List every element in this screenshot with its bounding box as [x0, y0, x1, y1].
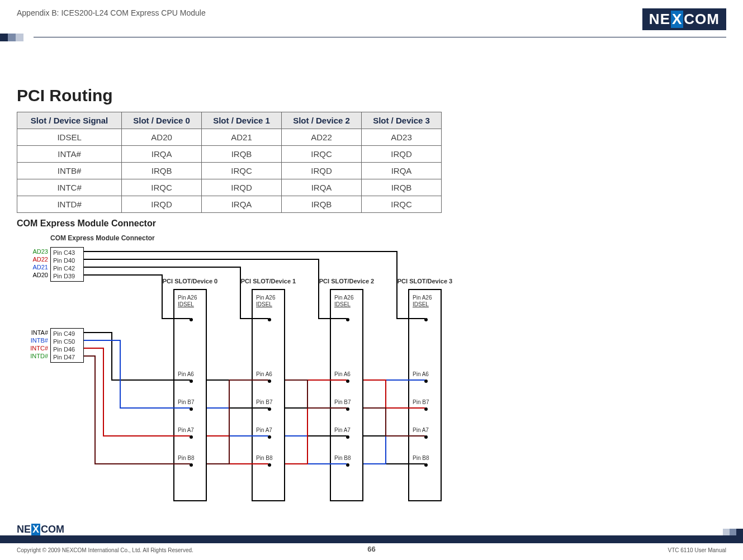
cell: AD21: [202, 129, 282, 146]
pin-label: Pin D46: [53, 345, 81, 353]
intc-label: INTC#: [22, 345, 48, 352]
diagram-title: COM Express Module Connector: [50, 234, 155, 242]
pin-label: Pin A26: [256, 295, 284, 301]
cell: IRQB: [282, 196, 362, 213]
pin-label: IDSEL: [413, 301, 441, 307]
pin-label: Pin A7: [178, 427, 206, 433]
cell: IRQD: [122, 196, 202, 213]
cell: IRQC: [202, 163, 282, 179]
slot3-box: Pin A26 IDSEL Pin A6 Pin B7 Pin A7 Pin B…: [408, 289, 442, 501]
routing-wires-icon: [22, 233, 470, 512]
pin-label: Pin C49: [53, 330, 81, 338]
cell: INTA#: [17, 146, 122, 163]
pin-label: Pin C50: [53, 338, 81, 345]
th-dev0: Slot / Device 0: [122, 112, 202, 129]
pin-label: Pin A7: [334, 427, 362, 433]
cell: IRQC: [282, 146, 362, 163]
footer-page-number: 66: [367, 545, 375, 553]
cell: IRQA: [361, 163, 441, 179]
ad22-label: AD22: [22, 256, 48, 263]
cell: IDSEL: [17, 129, 122, 146]
cell: IRQC: [361, 196, 441, 213]
pin-label: Pin C43: [53, 249, 81, 257]
pci-routing-table: Slot / Device Signal Slot / Device 0 Slo…: [17, 112, 442, 213]
cell: AD22: [282, 129, 362, 146]
slot0-title: PCI SLOT/Device 0: [157, 278, 224, 284]
cell: IRQD: [202, 179, 282, 196]
pin-label: Pin A6: [256, 371, 284, 377]
intd-label: INTD#: [22, 353, 48, 359]
cell: IRQA: [122, 146, 202, 163]
footer-bar: [0, 535, 743, 543]
logo-suffix: COM: [41, 524, 64, 535]
cell: INTB#: [17, 163, 122, 179]
pin-label: Pin A26: [178, 295, 206, 301]
cell: AD20: [122, 129, 202, 146]
cell: IRQB: [361, 179, 441, 196]
header-decoration-icon: [0, 34, 23, 41]
pin-label: Pin A6: [413, 371, 441, 377]
logo-x-icon: X: [31, 524, 40, 535]
footer-manual: VTC 6110 User Manual: [668, 547, 727, 553]
table-row: INTD# IRQD IRQA IRQB IRQC: [17, 196, 442, 213]
logo-x-icon: X: [671, 11, 683, 28]
inta-label: INTA#: [22, 329, 48, 336]
slot3-title: PCI SLOT/Device 3: [391, 278, 458, 284]
cell: IRQD: [361, 146, 441, 163]
brand-logo-footer: NE X COM: [17, 524, 64, 535]
slot0-box: Pin A26 IDSEL Pin A6 Pin B7 Pin A7 Pin B…: [173, 289, 207, 501]
logo-prefix: NE: [17, 524, 31, 535]
pin-label: Pin A6: [178, 371, 206, 377]
slot2-box: Pin A26 IDSEL Pin A6 Pin B7 Pin A7 Pin B…: [330, 289, 363, 501]
pin-label: Pin D47: [53, 353, 81, 361]
pin-label: Pin B8: [334, 455, 362, 461]
table-row: IDSEL AD20 AD21 AD22 AD23: [17, 129, 442, 146]
th-dev3: Slot / Device 3: [361, 112, 441, 129]
cell: INTD#: [17, 196, 122, 213]
cell: IRQB: [202, 146, 282, 163]
table-row: INTC# IRQC IRQD IRQA IRQB: [17, 179, 442, 196]
th-dev1: Slot / Device 1: [202, 112, 282, 129]
ad21-label: AD21: [22, 264, 48, 270]
int-pin-box: Pin C49 Pin C50 Pin D46 Pin D47: [50, 328, 84, 363]
intb-label: INTB#: [22, 337, 48, 344]
brand-logo-top: NE X COM: [642, 8, 726, 30]
ad20-label: AD20: [22, 272, 48, 278]
cell: AD23: [361, 129, 441, 146]
pin-label: Pin C42: [53, 264, 81, 272]
pin-label: Pin B7: [178, 399, 206, 405]
slot1-box: Pin A26 IDSEL Pin A6 Pin B7 Pin A7 Pin B…: [252, 289, 285, 501]
logo-prefix: NE: [649, 11, 670, 28]
table-row: INTA# IRQA IRQB IRQC IRQD: [17, 146, 442, 163]
pin-label: Pin A26: [334, 295, 362, 301]
pin-label: Pin D40: [53, 257, 81, 264]
th-dev2: Slot / Device 2: [282, 112, 362, 129]
table-row: INTB# IRQB IRQC IRQD IRQA: [17, 163, 442, 179]
cell: IRQC: [122, 179, 202, 196]
pin-label: Pin B7: [256, 399, 284, 405]
pci-routing-diagram: COM Express Module Connector AD23 AD22 A…: [22, 233, 470, 512]
pin-label: Pin A26: [413, 295, 441, 301]
cell: IRQA: [282, 179, 362, 196]
slot1-title: PCI SLOT/Device 1: [235, 278, 302, 284]
cell: IRQB: [122, 163, 202, 179]
pin-label: Pin A7: [256, 427, 284, 433]
slot2-title: PCI SLOT/Device 2: [313, 278, 380, 284]
pin-label: Pin B8: [413, 455, 441, 461]
pin-label: Pin B8: [178, 455, 206, 461]
footer-decoration-icon: [723, 529, 743, 535]
pin-label: Pin B7: [334, 399, 362, 405]
pin-label: Pin B8: [256, 455, 284, 461]
pin-label: Pin B7: [413, 399, 441, 405]
pin-label: IDSEL: [334, 301, 362, 307]
th-signal: Slot / Device Signal: [17, 112, 122, 129]
connector-subheading: COM Express Module Connector: [17, 219, 726, 229]
footer-copyright: Copyright © 2009 NEXCOM International Co…: [17, 547, 193, 553]
cell: IRQD: [282, 163, 362, 179]
pin-label: Pin D39: [53, 272, 81, 280]
appendix-title: Appendix B: ICES200-L24 COM Express CPU …: [17, 8, 206, 17]
pin-label: Pin A7: [413, 427, 441, 433]
cell: IRQA: [202, 196, 282, 213]
pin-label: IDSEL: [178, 301, 206, 307]
ad-pin-box: Pin C43 Pin D40 Pin C42 Pin D39: [50, 247, 84, 282]
